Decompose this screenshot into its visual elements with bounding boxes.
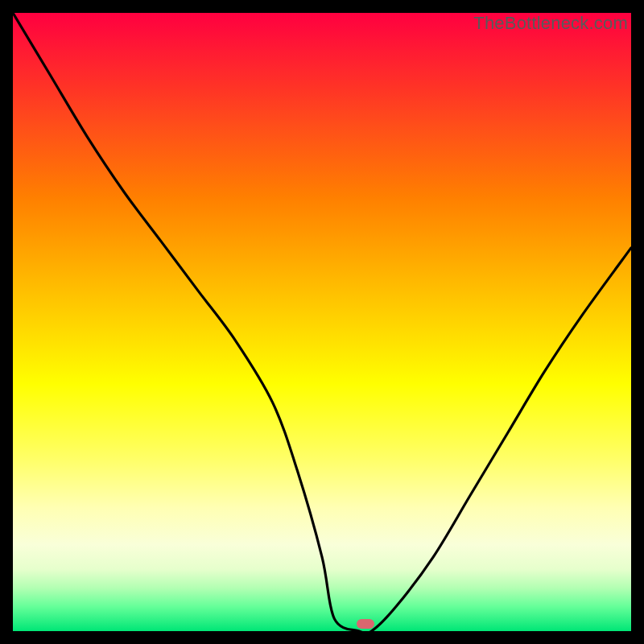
- optimal-marker: [357, 619, 374, 629]
- chart-frame: TheBottleneck.com: [0, 0, 644, 644]
- plot-area: TheBottleneck.com: [13, 13, 631, 631]
- bottleneck-curve: [13, 13, 631, 631]
